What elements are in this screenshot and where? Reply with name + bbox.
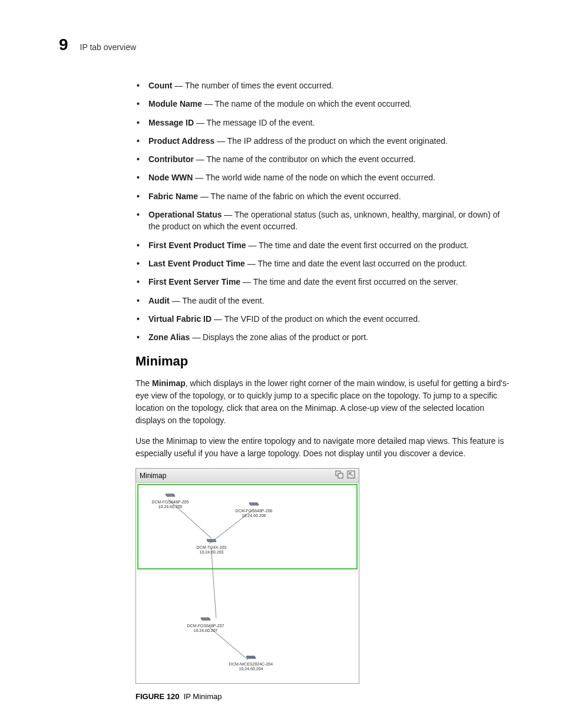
topology-node[interactable]: DCM-NICES2024C-204 10.24.60.204 bbox=[224, 654, 277, 671]
node-name: DCM-FGS648P-205 bbox=[147, 500, 194, 505]
bold-term: Minimap bbox=[152, 378, 186, 388]
switch-icon bbox=[248, 500, 260, 508]
list-item: Product Address — The IP address of the … bbox=[148, 135, 513, 147]
desc: The message ID of the event. bbox=[207, 118, 315, 127]
page-header: 9 IP tab overview bbox=[59, 35, 136, 54]
node-name: DCM-FGS648P-206 bbox=[230, 509, 277, 513]
switch-icon bbox=[164, 492, 176, 499]
list-item: Audit — The audit of the event. bbox=[148, 295, 513, 307]
list-item: First Event Product Time — The time and … bbox=[148, 239, 513, 251]
chapter-number: 9 bbox=[59, 35, 68, 54]
node-ip: 10.24.60.207 bbox=[182, 628, 229, 633]
desc: The number of times the event occurred. bbox=[185, 81, 333, 90]
list-item: Contributor — The name of the contributo… bbox=[148, 153, 513, 165]
figure-caption: FIGURE 120 IP Minimap bbox=[135, 692, 513, 701]
desc: The name of the fabric on which the even… bbox=[211, 192, 401, 201]
desc: The world wide name of the node on which… bbox=[206, 173, 435, 182]
minimap-title: Minimap bbox=[140, 472, 166, 480]
paragraph: The Minimap, which displays in the lower… bbox=[135, 377, 513, 427]
svg-marker-3 bbox=[166, 494, 175, 496]
term: Product Address bbox=[148, 136, 214, 146]
list-item: Operational Status — The operational sta… bbox=[148, 209, 513, 233]
list-item: Module Name — The name of the module on … bbox=[148, 98, 513, 110]
header-title: IP tab overview bbox=[80, 42, 136, 52]
svg-marker-5 bbox=[207, 539, 216, 542]
term: Count bbox=[148, 81, 172, 90]
svg-marker-6 bbox=[201, 618, 210, 620]
term: Node WWN bbox=[148, 173, 193, 182]
desc: The time and date the event first occurr… bbox=[259, 241, 468, 250]
svg-rect-1 bbox=[338, 473, 343, 478]
node-ip: 10.24.60.206 bbox=[230, 513, 277, 518]
topology-node[interactable]: DCM-TI24X-203 10.24.60.203 bbox=[188, 537, 235, 554]
term: First Event Product Time bbox=[148, 241, 246, 250]
node-ip: 10.24.60.204 bbox=[224, 667, 277, 671]
definition-list: Count — The number of times the event oc… bbox=[135, 80, 513, 343]
term: Virtual Fabric ID bbox=[148, 314, 211, 324]
switch-icon bbox=[245, 654, 257, 661]
paragraph: Use the Minimap to view the entire topol… bbox=[135, 435, 513, 460]
list-item: Last Event Product Time — The time and d… bbox=[148, 258, 513, 269]
minimap-canvas[interactable]: DCM-FGS648P-205 10.24.60.205 DCM-FGS648P… bbox=[136, 483, 359, 683]
node-name: DCM-FGS648P-207 bbox=[182, 624, 229, 628]
list-item: Node WWN — The world wide name of the no… bbox=[148, 172, 513, 183]
page-content: Count — The number of times the event oc… bbox=[135, 80, 513, 701]
minimap-toolbar bbox=[335, 470, 355, 480]
topology-node[interactable]: DCM-FGS648P-206 10.24.60.206 bbox=[230, 500, 277, 518]
term: Last Event Product Time bbox=[148, 259, 245, 268]
figure-title: IP Minimap bbox=[184, 692, 222, 701]
term: Zone Alias bbox=[148, 332, 190, 342]
section-heading: Minimap bbox=[135, 354, 513, 369]
desc: The time and date the event last occurre… bbox=[257, 259, 467, 268]
desc: The name of the contributor on which the… bbox=[207, 154, 416, 164]
list-item: Message ID — The message ID of the event… bbox=[148, 117, 513, 129]
node-name: DCM-NICES2024C-204 bbox=[224, 662, 277, 667]
switch-icon bbox=[206, 537, 217, 544]
text: The bbox=[135, 378, 152, 388]
term: Module Name bbox=[148, 99, 202, 108]
list-item: Zone Alias — Displays the zone alias of … bbox=[148, 331, 513, 343]
desc: The time and date the event first occurr… bbox=[253, 277, 458, 286]
desc: The VFID of the product on which the eve… bbox=[224, 314, 420, 324]
minimap-panel: Minimap bbox=[135, 468, 359, 684]
node-ip: 10.24.60.205 bbox=[147, 505, 194, 509]
term: Audit bbox=[148, 296, 170, 305]
svg-marker-7 bbox=[246, 656, 256, 658]
cascade-icon[interactable] bbox=[335, 470, 343, 480]
term: Operational Status bbox=[148, 210, 222, 219]
node-name: DCM-TI24X-203 bbox=[188, 545, 235, 550]
desc: The audit of the event. bbox=[182, 296, 264, 305]
desc: Displays the zone alias of the product o… bbox=[203, 332, 368, 342]
switch-icon bbox=[200, 615, 211, 622]
node-ip: 10.24.60.203 bbox=[188, 550, 235, 555]
topology-node[interactable]: DCM-FGS648P-207 10.24.60.207 bbox=[182, 615, 229, 633]
topology-node[interactable]: DCM-FGS648P-205 10.24.60.205 bbox=[147, 492, 194, 509]
svg-marker-4 bbox=[249, 503, 259, 505]
term: First Event Server Time bbox=[148, 277, 240, 286]
figure: Minimap bbox=[135, 468, 513, 701]
restore-icon[interactable] bbox=[347, 470, 355, 480]
text: , which displays in the lower right corn… bbox=[135, 378, 510, 425]
minimap-titlebar: Minimap bbox=[136, 469, 359, 483]
list-item: Count — The number of times the event oc… bbox=[148, 80, 513, 91]
desc: The name of the module on which the even… bbox=[215, 99, 412, 108]
term: Contributor bbox=[148, 154, 194, 164]
list-item: Virtual Fabric ID — The VFID of the prod… bbox=[148, 313, 513, 325]
list-item: Fabric Name — The name of the fabric on … bbox=[148, 190, 513, 202]
figure-number: FIGURE 120 bbox=[135, 692, 179, 701]
list-item: First Event Server Time — The time and d… bbox=[148, 276, 513, 288]
term: Fabric Name bbox=[148, 192, 198, 201]
term: Message ID bbox=[148, 118, 194, 127]
desc: The IP address of the product on which t… bbox=[227, 136, 448, 146]
